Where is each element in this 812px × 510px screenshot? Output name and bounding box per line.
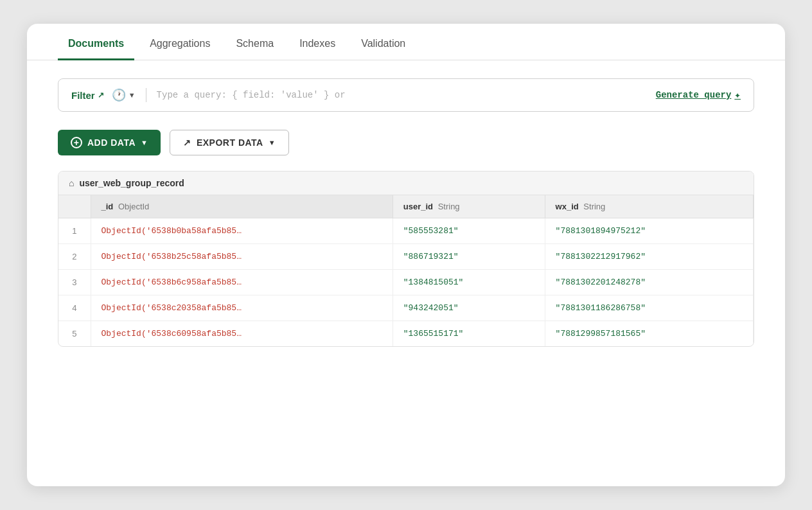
plus-circle-icon: + bbox=[71, 137, 82, 148]
collection-header: ⌂ user_web_group_record bbox=[58, 171, 754, 195]
table-row[interactable]: 1ObjectId('6538b0ba58afa5b85…"585553281"… bbox=[58, 218, 754, 244]
table-container: ⌂ user_web_group_record _id ObjectId use… bbox=[58, 171, 754, 347]
tab-documents[interactable]: Documents bbox=[58, 24, 134, 60]
filter-button[interactable]: Filter ↗ bbox=[71, 90, 104, 101]
generate-query-button[interactable]: Generate query ✦ bbox=[656, 89, 741, 101]
cell-objectid[interactable]: ObjectId('6538b6c958afa5b85… bbox=[91, 270, 393, 295]
cell-rownum: 3 bbox=[58, 270, 91, 295]
cell-objectid[interactable]: ObjectId('6538b25c58afa5b85… bbox=[91, 244, 393, 270]
cell-userid[interactable]: "1365515171" bbox=[393, 321, 545, 347]
export-icon: ↗ bbox=[183, 137, 191, 148]
cell-wxid[interactable]: "7881302212917962" bbox=[545, 244, 753, 270]
cell-userid[interactable]: "943242051" bbox=[393, 295, 545, 321]
export-data-button[interactable]: ↗ EXPORT DATA ▼ bbox=[170, 130, 289, 155]
tab-schema[interactable]: Schema bbox=[225, 24, 284, 60]
col-header-userid[interactable]: user_id String bbox=[393, 195, 545, 218]
cell-userid[interactable]: "886719321" bbox=[393, 244, 545, 270]
tab-indexes[interactable]: Indexes bbox=[289, 24, 346, 60]
query-input-placeholder[interactable]: Type a query: { field: 'value' } or bbox=[157, 90, 648, 100]
action-buttons: + ADD DATA ▼ ↗ EXPORT DATA ▼ bbox=[58, 130, 754, 155]
sparkle-icon: ✦ bbox=[734, 89, 741, 101]
col-header-id[interactable]: _id ObjectId bbox=[91, 195, 393, 218]
add-data-button[interactable]: + ADD DATA ▼ bbox=[58, 130, 161, 155]
col-header-rownum bbox=[58, 195, 91, 218]
cell-rownum: 4 bbox=[58, 295, 91, 321]
vertical-divider bbox=[146, 88, 146, 102]
home-icon: ⌂ bbox=[69, 178, 74, 188]
collection-name: user_web_group_record bbox=[79, 178, 184, 188]
cell-rownum: 2 bbox=[58, 244, 91, 270]
cell-wxid[interactable]: "7881301894975212" bbox=[545, 218, 753, 244]
clock-icon: 🕐 bbox=[112, 88, 126, 102]
filter-bar: Filter ↗ 🕐 ▼ Type a query: { field: 'val… bbox=[58, 78, 754, 112]
table-header-row: _id ObjectId user_id String wx_id String bbox=[58, 195, 754, 218]
cell-wxid[interactable]: "7881299857181565" bbox=[545, 321, 753, 347]
cell-rownum: 5 bbox=[58, 321, 91, 347]
external-link-icon: ↗ bbox=[98, 91, 104, 100]
table-row[interactable]: 4ObjectId('6538c20358afa5b85…"943242051"… bbox=[58, 295, 754, 321]
cell-wxid[interactable]: "7881301186286758" bbox=[545, 295, 753, 321]
cell-userid[interactable]: "585553281" bbox=[393, 218, 545, 244]
cell-userid[interactable]: "1384815051" bbox=[393, 270, 545, 295]
table-row[interactable]: 2ObjectId('6538b25c58afa5b85…"886719321"… bbox=[58, 244, 754, 270]
tab-validation[interactable]: Validation bbox=[351, 24, 416, 60]
chevron-down-icon: ▼ bbox=[128, 91, 136, 99]
col-header-wxid[interactable]: wx_id String bbox=[545, 195, 753, 218]
cell-rownum: 1 bbox=[58, 218, 91, 244]
cell-wxid[interactable]: "7881302201248278" bbox=[545, 270, 753, 295]
data-table: _id ObjectId user_id String wx_id String… bbox=[58, 195, 754, 346]
add-data-chevron-icon: ▼ bbox=[141, 139, 148, 146]
cell-objectid[interactable]: ObjectId('6538b0ba58afa5b85… bbox=[91, 218, 393, 244]
cell-objectid[interactable]: ObjectId('6538c20358afa5b85… bbox=[91, 295, 393, 321]
tab-bar: Documents Aggregations Schema Indexes Va… bbox=[27, 24, 785, 60]
table-row[interactable]: 3ObjectId('6538b6c958afa5b85…"1384815051… bbox=[58, 270, 754, 295]
tab-aggregations[interactable]: Aggregations bbox=[139, 24, 220, 60]
table-row[interactable]: 5ObjectId('6538c60958afa5b85…"1365515171… bbox=[58, 321, 754, 347]
main-card: Documents Aggregations Schema Indexes Va… bbox=[27, 24, 785, 486]
export-data-chevron-icon: ▼ bbox=[269, 139, 276, 146]
cell-objectid[interactable]: ObjectId('6538c60958afa5b85… bbox=[91, 321, 393, 347]
clock-history-button[interactable]: 🕐 ▼ bbox=[112, 88, 136, 102]
